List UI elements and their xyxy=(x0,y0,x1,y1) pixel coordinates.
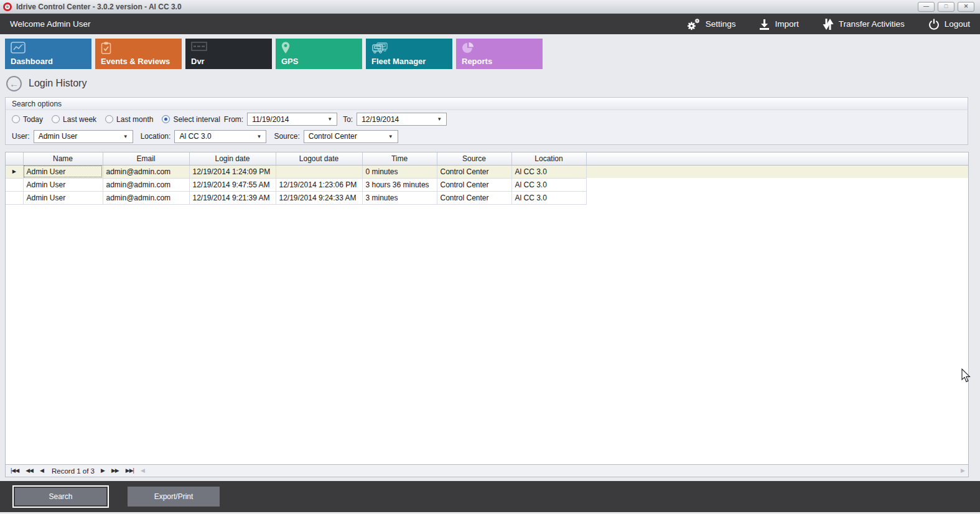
chevron-down-icon: ▼ xyxy=(388,134,393,139)
tile-gps-label: GPS xyxy=(281,57,298,66)
login-history-grid: NameEmailLogin dateLogout dateTimeSource… xyxy=(5,152,969,477)
table-row[interactable]: ▶Admin Useradmin@admin.com12/19/2014 1:2… xyxy=(6,165,968,178)
chevron-down-icon: ▼ xyxy=(437,116,442,122)
table-row[interactable]: Admin Useradmin@admin.com12/19/2014 9:47… xyxy=(6,178,968,191)
grid-cell[interactable]: admin@admin.com xyxy=(103,178,189,191)
tile-gps[interactable]: GPS xyxy=(276,39,362,69)
grid-cell[interactable] xyxy=(276,165,362,178)
back-button[interactable]: ← xyxy=(6,76,22,91)
search-button[interactable]: Search xyxy=(15,488,106,505)
grid-column-header[interactable]: Logout date xyxy=(276,152,362,165)
grid-cell[interactable]: Control Center xyxy=(437,178,511,191)
grid-cell[interactable]: Al CC 3.0 xyxy=(511,165,586,178)
radio-last-week-label: Last week xyxy=(63,115,96,124)
transfer-arrows-icon xyxy=(823,18,834,30)
footer-bar: Search Export/Print xyxy=(0,481,980,512)
minimize-button[interactable]: — xyxy=(918,2,935,12)
hscroll-right-arrow[interactable]: ▶ xyxy=(961,468,964,474)
tile-reports[interactable]: Reports xyxy=(456,39,543,69)
source-dropdown[interactable]: Control Center ▼ xyxy=(304,130,398,143)
export-print-button[interactable]: Export/Print xyxy=(128,487,220,507)
radio-last-week[interactable]: Last week xyxy=(52,115,96,124)
grid-cell[interactable]: 3 minutes xyxy=(362,191,437,204)
first-record-button[interactable]: |◀◀ xyxy=(11,468,19,474)
tile-events-reviews[interactable]: Events & Reviews xyxy=(95,39,182,69)
top-navbar: Welcome Admin User Settings xyxy=(0,14,980,34)
grid-filler-cell xyxy=(586,178,968,191)
dvr-badge-icon xyxy=(191,42,207,54)
grid-cell[interactable]: 12/19/2014 9:47:55 AM xyxy=(189,178,276,191)
row-indicator-cell xyxy=(6,178,23,191)
to-date-picker[interactable]: 12/19/2014 ▼ xyxy=(357,113,447,126)
close-button[interactable]: ✕ xyxy=(958,2,974,12)
record-count-label: Record 1 of 3 xyxy=(52,467,95,475)
grid-cell[interactable]: Control Center xyxy=(437,191,511,204)
user-dropdown[interactable]: Admin User ▼ xyxy=(34,130,133,143)
radio-today[interactable]: Today xyxy=(12,115,43,124)
grid-cell[interactable]: admin@admin.com xyxy=(103,165,189,178)
table-row[interactable]: Admin Useradmin@admin.com12/19/2014 9:21… xyxy=(6,191,968,204)
chevron-down-icon: ▼ xyxy=(327,116,332,122)
grid-column-header[interactable]: Source xyxy=(437,152,511,165)
last-record-button[interactable]: ▶▶| xyxy=(126,468,134,474)
grid-cell[interactable]: Admin User xyxy=(23,178,103,191)
hscroll-left-arrow[interactable]: ◀ xyxy=(141,468,144,474)
next-record-button[interactable]: ▶ xyxy=(101,468,105,474)
location-dropdown[interactable]: Al CC 3.0 ▼ xyxy=(174,130,266,143)
grid-cell[interactable]: Al CC 3.0 xyxy=(511,191,586,204)
location-label: Location: xyxy=(141,132,171,141)
grid-filler-cell xyxy=(586,191,968,204)
grid-cell[interactable]: Control Center xyxy=(437,165,511,178)
chevron-down-icon: ▼ xyxy=(123,134,128,139)
navbar-actions: Settings Import Transfer Ac xyxy=(687,18,970,30)
fast-prev-record-button[interactable]: ◀◀ xyxy=(26,468,33,474)
grid-cell[interactable]: 12/19/2014 9:24:33 AM xyxy=(276,191,362,204)
tile-reports-label: Reports xyxy=(462,57,492,66)
grid-cell[interactable]: 12/19/2014 1:24:09 PM xyxy=(189,165,276,178)
grid-cell[interactable]: Al CC 3.0 xyxy=(511,178,586,191)
grid-filler-cell xyxy=(586,165,968,178)
transfer-activities-label: Transfer Activities xyxy=(839,19,905,29)
radio-circle-icon xyxy=(105,115,113,123)
power-icon xyxy=(928,19,940,30)
grid-filler-header xyxy=(586,152,968,165)
grid-column-header[interactable]: Login date xyxy=(189,152,276,165)
grid-column-header[interactable]: Location xyxy=(511,152,586,165)
grid-cell[interactable]: Admin User xyxy=(23,191,103,204)
grid-cell[interactable]: 12/19/2014 1:23:06 PM xyxy=(276,178,362,191)
fast-next-record-button[interactable]: ▶▶ xyxy=(111,468,119,474)
window-controls: — □ ✕ xyxy=(918,2,977,12)
grid-cell[interactable]: Admin User xyxy=(23,165,103,178)
chevron-down-icon: ▼ xyxy=(256,134,261,139)
grid-cell[interactable]: 12/19/2014 9:21:39 AM xyxy=(189,191,276,204)
user-label: User: xyxy=(12,132,30,141)
settings-label: Settings xyxy=(706,19,736,29)
tile-fleet-manager[interactable]: Fleet Manager xyxy=(366,39,452,69)
grid-cell[interactable]: 0 minutes xyxy=(362,165,437,178)
search-options-title: Search options xyxy=(6,98,968,110)
tile-dvr-label: Dvr xyxy=(191,57,205,66)
tile-dashboard[interactable]: Dashboard xyxy=(5,39,91,69)
settings-button[interactable]: Settings xyxy=(687,18,736,30)
grid-body: ▶Admin Useradmin@admin.com12/19/2014 1:2… xyxy=(6,165,968,204)
page-title: Login History xyxy=(29,78,86,89)
grid-column-header[interactable]: Email xyxy=(103,152,189,165)
grid-empty-area xyxy=(6,205,968,465)
row-indicator-cell xyxy=(6,191,23,204)
import-label: Import xyxy=(775,19,798,29)
prev-record-button[interactable]: ◀ xyxy=(40,468,44,474)
to-date-value: 12/19/2014 xyxy=(362,115,399,124)
radio-last-month[interactable]: Last month xyxy=(105,115,153,124)
import-button[interactable]: Import xyxy=(759,19,798,30)
grid-column-header[interactable]: Name xyxy=(23,152,103,165)
tile-dvr[interactable]: Dvr xyxy=(185,39,272,69)
radio-select-interval[interactable]: Select interval xyxy=(162,115,220,124)
logout-button[interactable]: Logout xyxy=(928,19,970,30)
grid-cell[interactable]: admin@admin.com xyxy=(103,191,189,204)
maximize-button[interactable]: □ xyxy=(938,2,954,12)
transfer-activities-button[interactable]: Transfer Activities xyxy=(823,18,905,30)
grid-indicator-header xyxy=(6,152,23,165)
from-date-picker[interactable]: 11/19/2014 ▼ xyxy=(247,113,337,126)
grid-cell[interactable]: 3 hours 36 minutes xyxy=(362,178,437,191)
grid-column-header[interactable]: Time xyxy=(362,152,437,165)
